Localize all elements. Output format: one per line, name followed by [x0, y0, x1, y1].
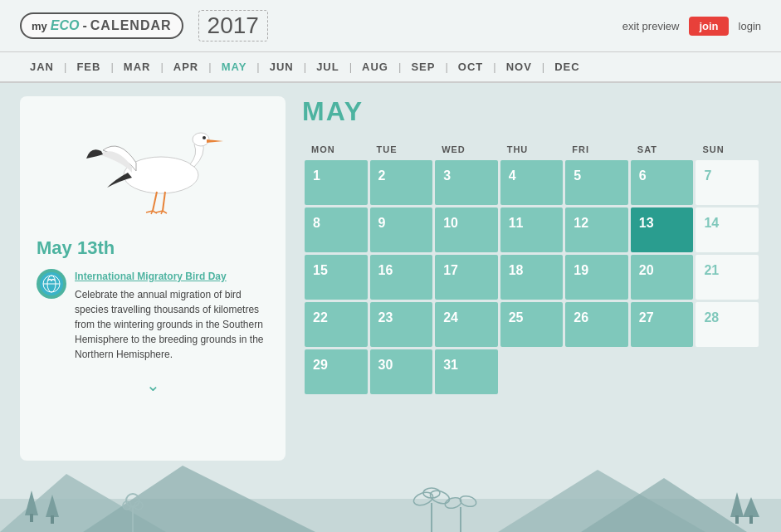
event-icon — [37, 269, 66, 299]
calendar-header-sun: SUN — [696, 141, 759, 158]
event-description: Celebrate the annual migration of bird s… — [75, 289, 263, 360]
bird-illustration — [70, 113, 236, 229]
logo-eco: ECO — [51, 18, 80, 33]
header: my ECO - CALENDAR 2017 exit preview join… — [0, 0, 781, 52]
calendar-day-29[interactable]: 29 — [305, 349, 368, 394]
logo-dash: - — [82, 18, 86, 33]
svg-rect-30 — [735, 515, 739, 524]
calendar-day-empty — [565, 349, 628, 394]
logo-box: my ECO - CALENDAR — [20, 12, 183, 39]
calendar-day-4[interactable]: 4 — [500, 160, 564, 205]
event-text: International Migratory Bird Day Celebra… — [75, 269, 269, 362]
calendar-day-31[interactable]: 31 — [435, 349, 498, 394]
calendar-day-27[interactable]: 27 — [631, 302, 694, 347]
chevron-down-button[interactable]: ⌄ — [146, 375, 160, 395]
calendar-day-25[interactable]: 25 — [500, 302, 564, 347]
calendar-header-fri: FRI — [565, 141, 628, 158]
calendar-day-21[interactable]: 21 — [696, 255, 759, 300]
calendar-day-28[interactable]: 28 — [696, 302, 759, 347]
month-nav-may[interactable]: MAY — [212, 61, 257, 73]
svg-rect-15 — [30, 514, 33, 522]
svg-line-4 — [163, 192, 165, 211]
main-content: May 13th International Migratory Bird Da… — [0, 83, 781, 474]
calendar-week-5: 293031 — [305, 349, 759, 394]
calendar-header-sat: SAT — [631, 141, 694, 158]
calendar-day-empty — [500, 349, 564, 394]
join-button[interactable]: join — [689, 17, 728, 36]
footer-svg — [0, 457, 781, 532]
calendar-header-tue: TUE — [370, 141, 433, 158]
calendar-day-14[interactable]: 14 — [696, 207, 759, 252]
calendar-day-16[interactable]: 16 — [370, 255, 433, 300]
event-title[interactable]: International Migratory Bird Day — [75, 269, 269, 284]
calendar-day-15[interactable]: 15 — [305, 255, 368, 300]
month-nav-sep[interactable]: SEP — [401, 61, 445, 73]
month-nav-mar[interactable]: MAR — [114, 61, 161, 73]
calendar-day-13[interactable]: 13 — [631, 207, 694, 252]
exit-preview-link[interactable]: exit preview — [622, 20, 680, 32]
month-nav-jul[interactable]: JUL — [306, 61, 349, 73]
month-nav-dec[interactable]: DEC — [544, 61, 589, 73]
calendar-month-title: MAY — [302, 96, 761, 127]
calendar-day-8[interactable]: 8 — [305, 207, 368, 252]
calendar-day-1[interactable]: 1 — [305, 160, 368, 205]
bird-day-icon — [40, 272, 63, 295]
calendar-week-3: 15161718192021 — [305, 255, 759, 300]
calendar-day-5[interactable]: 5 — [565, 160, 628, 205]
calendar-week-4: 22232425262728 — [305, 302, 759, 347]
calendar-day-30[interactable]: 30 — [370, 349, 433, 394]
svg-line-3 — [153, 192, 157, 211]
calendar-day-3[interactable]: 3 — [435, 160, 498, 205]
calendar-day-7[interactable]: 7 — [696, 160, 759, 205]
calendar-header-row: MONTUEWEDTHUFRISATSUN — [305, 141, 759, 158]
calendar-header-thu: THU — [500, 141, 564, 158]
calendar-day-24[interactable]: 24 — [435, 302, 498, 347]
logo-year: 2017 — [198, 10, 268, 41]
calendar-day-20[interactable]: 20 — [631, 255, 694, 300]
calendar-week-2: 891011121314 — [305, 207, 759, 252]
left-panel: May 13th International Migratory Bird Da… — [20, 96, 286, 461]
calendar-week-1: 1234567 — [305, 160, 759, 205]
logo-calendar: CALENDAR — [90, 18, 172, 33]
month-nav-feb[interactable]: FEB — [66, 61, 110, 73]
date-heading: May 13th — [37, 237, 115, 259]
svg-rect-32 — [749, 515, 753, 524]
calendar-table: MONTUEWEDTHUFRISATSUN 123456789101112131… — [302, 139, 761, 397]
month-nav-aug[interactable]: AUG — [352, 61, 398, 73]
calendar-day-12[interactable]: 12 — [565, 207, 628, 252]
svg-rect-17 — [51, 515, 54, 524]
right-panel: MAY MONTUEWEDTHUFRISATSUN 12345678910111… — [302, 96, 761, 461]
month-nav-nov[interactable]: NOV — [496, 61, 542, 73]
calendar-day-6[interactable]: 6 — [631, 160, 694, 205]
header-actions: exit preview join login — [622, 17, 761, 36]
footer-illustration — [0, 457, 781, 532]
logo-my: my — [32, 20, 47, 32]
calendar-day-empty — [696, 349, 759, 394]
month-nav-apr[interactable]: APR — [164, 61, 208, 73]
calendar-day-empty — [631, 349, 694, 394]
month-nav-jan[interactable]: JAN — [20, 61, 64, 73]
calendar-day-2[interactable]: 2 — [370, 160, 433, 205]
event-item: International Migratory Bird Day Celebra… — [37, 269, 269, 362]
calendar-header-wed: WED — [435, 141, 498, 158]
svg-point-2 — [203, 136, 206, 139]
calendar-day-19[interactable]: 19 — [565, 255, 628, 300]
month-nav-jun[interactable]: JUN — [260, 61, 304, 73]
calendar-day-9[interactable]: 9 — [370, 207, 433, 252]
calendar-day-23[interactable]: 23 — [370, 302, 433, 347]
calendar-day-26[interactable]: 26 — [565, 302, 628, 347]
calendar-day-11[interactable]: 11 — [500, 207, 564, 252]
calendar-day-18[interactable]: 18 — [500, 255, 564, 300]
login-link[interactable]: login — [739, 20, 761, 32]
calendar-day-10[interactable]: 10 — [435, 207, 498, 252]
month-nav-oct[interactable]: OCT — [448, 61, 493, 73]
logo-container: my ECO - CALENDAR 2017 — [20, 10, 268, 41]
month-nav: JAN|FEB|MAR|APR|MAY|JUN|JUL|AUG|SEP|OCT|… — [0, 52, 781, 83]
calendar-day-22[interactable]: 22 — [305, 302, 368, 347]
calendar-day-17[interactable]: 17 — [435, 255, 498, 300]
calendar-header-mon: MON — [305, 141, 368, 158]
